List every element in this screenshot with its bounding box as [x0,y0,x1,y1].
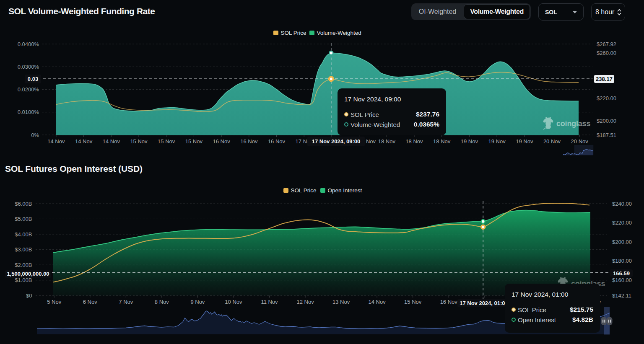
svg-text:15 Nov: 15 Nov [158,138,175,145]
svg-text:15 Nov: 15 Nov [404,299,422,305]
svg-text:8 Nov: 8 Nov [155,299,169,305]
svg-text:18 Nov: 18 Nov [378,138,396,145]
svg-text:14 Nov: 14 Nov [75,138,93,145]
svg-text:coinglass: coinglass [556,119,590,128]
svg-text:6 Nov: 6 Nov [83,299,97,305]
svg-text:$142.11: $142.11 [612,292,631,299]
svg-text:$5.00B: $5.00B [15,216,32,222]
svg-text:14 Nov: 14 Nov [47,138,65,145]
svg-text:$260.00: $260.00 [597,50,616,56]
svg-text:7 Nov: 7 Nov [119,299,133,305]
svg-text:$200.00: $200.00 [597,118,616,124]
svg-text:19 Nov: 19 Nov [516,138,533,145]
svg-text:16 Nov: 16 Nov [240,138,258,145]
svg-text:0.0100%: 0.0100% [18,109,39,115]
svg-text:0.0400%: 0.0400% [18,41,39,47]
svg-text:9 Nov: 9 Nov [190,299,205,305]
svg-text:$3.00B: $3.00B [15,246,32,253]
svg-text:$160.00: $160.00 [612,277,632,283]
svg-text:$187.51: $187.51 [597,132,616,138]
svg-text:$220.00: $220.00 [597,95,616,101]
svg-text:$6.00B: $6.00B [15,201,32,207]
svg-text:20 Nov: 20 Nov [571,138,589,145]
svg-text:$200.00: $200.00 [612,239,632,245]
svg-text:16 Nov: 16 Nov [268,138,286,145]
svg-text:13 Nov: 13 Nov [332,299,350,305]
svg-text:14 Nov: 14 Nov [369,299,386,305]
svg-text:14 Nov: 14 Nov [103,138,120,145]
svg-text:$240.00: $240.00 [612,201,632,207]
svg-text:15 Nov: 15 Nov [130,138,148,145]
svg-text:16 Nov: 16 Nov [440,299,458,305]
svg-text:$2.00B: $2.00B [15,262,32,268]
svg-text:$0: $0 [26,292,32,299]
svg-text:10 Nov: 10 Nov [225,299,242,305]
svg-text:15 Nov: 15 Nov [185,138,203,145]
svg-text:0%: 0% [31,132,39,138]
svg-text:0.0300%: 0.0300% [18,64,39,70]
svg-text:$4.00B: $4.00B [15,231,32,238]
svg-text:5 Nov: 5 Nov [47,299,61,305]
svg-text:19 Nov: 19 Nov [488,138,506,145]
svg-text:$220.00: $220.00 [612,220,632,226]
svg-text:18 Nov: 18 Nov [405,138,423,145]
svg-text:Nov: Nov [366,138,376,145]
svg-text:$1.00B: $1.00B [15,277,32,283]
svg-text:$180.00: $180.00 [612,258,632,264]
svg-text:11 Nov: 11 Nov [261,299,278,305]
svg-text:19 Nov: 19 Nov [461,138,478,145]
svg-text:12 Nov: 12 Nov [296,299,314,305]
svg-text:16 Nov: 16 Nov [213,138,230,145]
svg-text:0.0200%: 0.0200% [18,86,39,93]
svg-text:18 Nov: 18 Nov [433,138,451,145]
svg-text:20 Nov: 20 Nov [543,138,561,145]
svg-text:$267.92: $267.92 [597,41,616,47]
